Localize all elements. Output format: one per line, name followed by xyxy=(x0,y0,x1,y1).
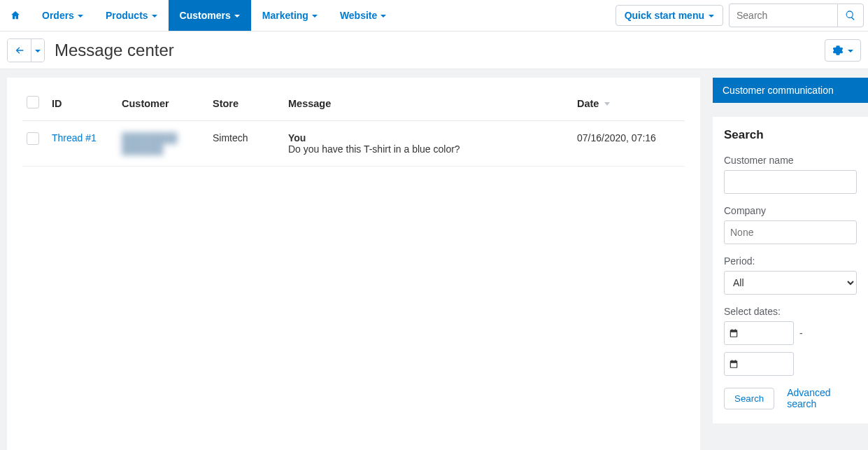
search-button[interactable]: Search xyxy=(724,388,774,409)
message-body: Do you have this T-shirt in a blue color… xyxy=(288,143,460,155)
home-icon xyxy=(10,10,21,21)
search-icon xyxy=(845,10,856,21)
settings-button[interactable] xyxy=(825,39,861,62)
arrow-left-icon xyxy=(14,45,25,56)
period-label: Period: xyxy=(724,255,857,267)
calendar-icon xyxy=(729,328,739,338)
nav-marketing-label: Marketing xyxy=(262,10,308,21)
customer-name-label: Customer name xyxy=(724,155,857,166)
tab-customer-communication[interactable]: Customer communication xyxy=(713,78,868,103)
date-from-input[interactable] xyxy=(724,321,794,345)
page-header: Message center xyxy=(0,31,868,69)
company-input[interactable] xyxy=(724,220,857,244)
period-select[interactable]: All xyxy=(724,271,857,295)
row-checkbox[interactable] xyxy=(27,132,39,145)
caret-down-icon xyxy=(78,15,83,17)
message-author: You xyxy=(288,132,569,143)
column-id[interactable]: ID xyxy=(48,90,118,121)
search-panel-title: Search xyxy=(724,128,857,142)
column-date[interactable]: Date xyxy=(573,90,685,121)
caret-down-icon xyxy=(848,50,853,52)
column-checkbox xyxy=(22,90,48,121)
top-nav-left: Orders Products Customers Marketing Webs… xyxy=(0,0,397,31)
customer-name-masked: ████████ ██████ xyxy=(122,132,177,155)
date-cell: 07/16/2020, 07:16 xyxy=(573,121,685,167)
quick-start-button[interactable]: Quick start menu xyxy=(616,5,723,26)
page-title: Message center xyxy=(55,41,174,60)
back-button[interactable] xyxy=(8,39,31,62)
caret-down-icon xyxy=(709,15,714,17)
nav-customers-label: Customers xyxy=(180,10,231,21)
threads-table: ID Customer Store Message Date Thread #1… xyxy=(22,90,685,167)
column-date-label: Date xyxy=(577,98,599,109)
sort-desc-icon xyxy=(604,102,610,106)
back-dropdown[interactable] xyxy=(31,39,44,62)
page-header-right xyxy=(825,39,861,62)
caret-down-icon xyxy=(152,15,157,17)
table-row: Thread #1 ████████ ██████ Simtech You Do… xyxy=(22,121,685,167)
column-store[interactable]: Store xyxy=(208,90,284,121)
store-cell: Simtech xyxy=(208,121,284,167)
date-range-dash: - xyxy=(799,328,803,339)
thread-link[interactable]: Thread #1 xyxy=(52,132,97,143)
column-customer[interactable]: Customer xyxy=(118,90,208,121)
caret-down-icon xyxy=(312,15,318,17)
main-panel: ID Customer Store Message Date Thread #1… xyxy=(7,78,700,450)
select-all-checkbox[interactable] xyxy=(27,96,39,108)
nav-products[interactable]: Products xyxy=(94,0,169,31)
company-label: Company xyxy=(724,205,857,216)
right-sidebar: Customer communication Search Customer n… xyxy=(713,78,868,450)
global-search-button[interactable] xyxy=(837,3,864,27)
nav-website[interactable]: Website xyxy=(329,0,397,31)
back-button-group xyxy=(7,38,45,62)
calendar-icon xyxy=(729,359,739,369)
nav-products-label: Products xyxy=(106,10,148,21)
top-nav-right: Quick start menu xyxy=(616,0,868,31)
top-nav: Orders Products Customers Marketing Webs… xyxy=(0,0,868,31)
customer-name-input[interactable] xyxy=(724,170,857,194)
search-panel: Search Customer name Company Period: All… xyxy=(713,117,868,423)
select-dates-label: Select dates: xyxy=(724,306,857,317)
caret-down-icon xyxy=(380,15,386,17)
nav-orders[interactable]: Orders xyxy=(31,0,94,31)
nav-customers[interactable]: Customers xyxy=(169,0,251,31)
advanced-search-link[interactable]: Advanced search xyxy=(787,387,857,409)
quick-start-label: Quick start menu xyxy=(625,10,704,21)
global-search-input[interactable] xyxy=(729,3,837,27)
content-wrap: ID Customer Store Message Date Thread #1… xyxy=(0,69,868,450)
caret-down-icon xyxy=(35,50,41,52)
global-search xyxy=(729,3,864,27)
caret-down-icon xyxy=(234,15,240,17)
nav-orders-label: Orders xyxy=(42,10,74,21)
gear-icon xyxy=(832,45,844,56)
sidebar-tabs: Customer communication xyxy=(713,78,868,103)
nav-website-label: Website xyxy=(340,10,377,21)
nav-home[interactable] xyxy=(0,0,31,31)
column-message[interactable]: Message xyxy=(284,90,573,121)
date-to-input[interactable] xyxy=(724,352,794,376)
nav-marketing[interactable]: Marketing xyxy=(251,0,329,31)
